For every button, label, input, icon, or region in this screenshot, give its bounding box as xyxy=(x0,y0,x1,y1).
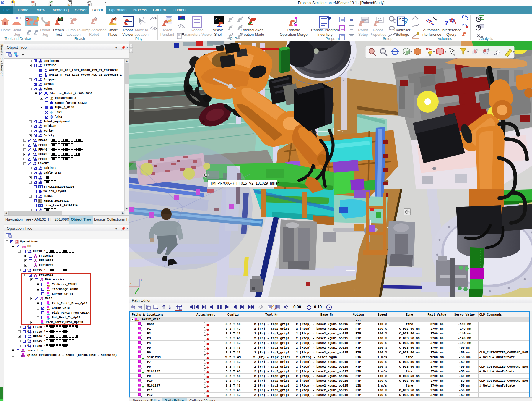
svg-text:2: 2 xyxy=(27,334,29,337)
svg-text:2: 2 xyxy=(27,325,29,327)
svg-text:2: 2 xyxy=(33,157,34,159)
svg-text:2: 2 xyxy=(27,339,29,342)
svg-text:TMF-4-7000-R_FF015_V2_181029_m: TMF-4-7000-R_FF015_V2_181029_miller xyxy=(210,181,279,185)
svg-text:z: z xyxy=(141,278,142,282)
svg-text:2: 2 xyxy=(27,344,29,346)
svg-text:2: 2 xyxy=(33,138,34,141)
svg-text:2: 2 xyxy=(33,153,34,155)
svg-text:2: 2 xyxy=(33,148,34,150)
svg-text:?: ? xyxy=(399,17,401,21)
svg-text:2: 2 xyxy=(27,268,29,271)
svg-text:2: 2 xyxy=(33,143,34,145)
svg-text:C:\: C:\ xyxy=(215,18,220,21)
svg-text:x: x xyxy=(130,282,132,285)
svg-text:2: 2 xyxy=(27,249,29,252)
svg-text:2: 2 xyxy=(27,330,29,332)
svg-text:?: ? xyxy=(444,19,448,27)
